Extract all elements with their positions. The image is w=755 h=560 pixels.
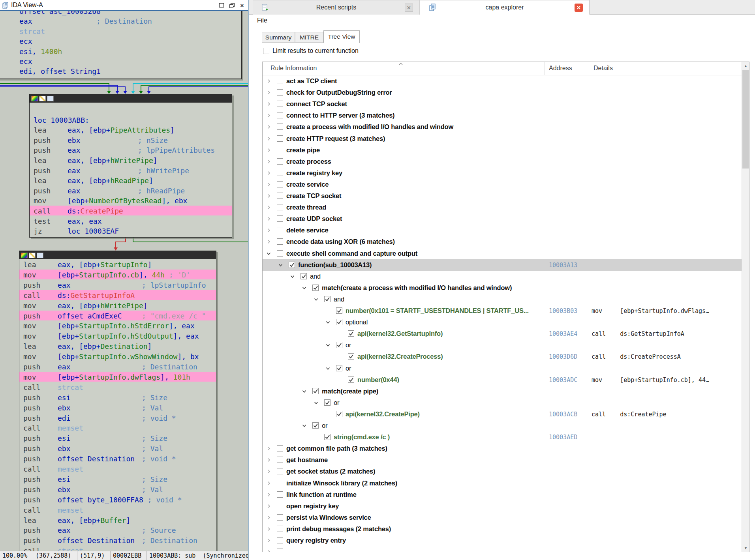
row-checkbox[interactable]: [336, 342, 342, 348]
palette-icon[interactable]: [31, 96, 38, 101]
row-checkbox[interactable]: [277, 549, 283, 552]
row-checkbox[interactable]: [277, 158, 283, 165]
row-checkbox[interactable]: [324, 296, 331, 302]
row-checkbox[interactable]: [277, 526, 283, 532]
sync-icon[interactable]: [47, 96, 54, 101]
column-divider[interactable]: [545, 62, 545, 75]
row-checkbox[interactable]: [336, 319, 342, 325]
chevron-right-icon[interactable]: [267, 125, 271, 129]
row-checkbox[interactable]: [277, 204, 283, 210]
tree-row[interactable]: function(sub_10003A13)10003A13: [263, 259, 742, 271]
tree-row[interactable]: create UDP socket: [263, 213, 742, 225]
row-checkbox[interactable]: [312, 388, 319, 394]
limit-results-checkbox[interactable]: [263, 48, 269, 54]
chevron-right-icon[interactable]: [267, 137, 271, 141]
row-checkbox[interactable]: [277, 170, 283, 176]
chevron-down-icon[interactable]: [326, 343, 330, 347]
tab-summary[interactable]: Summary: [262, 32, 295, 43]
tree-row[interactable]: match(create a process with modified I/O…: [263, 282, 742, 294]
tree-row[interactable]: and: [263, 271, 742, 282]
row-checkbox[interactable]: [348, 330, 354, 337]
chevron-down-icon[interactable]: [314, 297, 318, 302]
edit-icon[interactable]: [39, 96, 46, 101]
chevron-right-icon[interactable]: [267, 217, 271, 221]
basic-block[interactable]: leaeax, [ebp+StartupInfo]mov[ebp+Startup…: [19, 251, 216, 551]
palette-icon[interactable]: [21, 253, 28, 258]
row-checkbox[interactable]: [277, 537, 283, 543]
row-checkbox[interactable]: [277, 193, 283, 199]
tree-header[interactable]: Rule Information Address Details: [263, 62, 749, 75]
row-checkbox[interactable]: [277, 491, 283, 498]
tree-row[interactable]: connect TCP socket: [263, 98, 742, 110]
chevron-right-icon[interactable]: [267, 182, 271, 187]
col-rule-information[interactable]: Rule Information: [270, 65, 317, 72]
tree-row[interactable]: match(create pipe): [263, 386, 742, 397]
tree-row[interactable]: number(0x101 = STARTF_USESTDHANDLES | ST…: [263, 305, 742, 317]
chevron-right-icon[interactable]: [267, 159, 271, 164]
chevron-right-icon[interactable]: [267, 527, 271, 531]
row-checkbox[interactable]: [348, 353, 354, 360]
close-button[interactable]: ×: [239, 2, 246, 8]
tree-row[interactable]: or: [263, 397, 742, 408]
row-checkbox[interactable]: [277, 250, 283, 257]
tab-tree-view[interactable]: Tree View: [323, 30, 360, 43]
chevron-down-icon[interactable]: [326, 320, 330, 324]
chevron-right-icon[interactable]: [267, 481, 271, 485]
tree-row[interactable]: create pipe: [263, 144, 742, 156]
tree-row[interactable]: encode data using XOR (6 matches): [263, 236, 742, 247]
tree-row[interactable]: link function at runtime: [263, 489, 742, 500]
row-checkbox[interactable]: [312, 285, 319, 291]
tree-row[interactable]: persist via Windows service: [263, 512, 742, 523]
tree-row[interactable]: create thread: [263, 202, 742, 213]
tree-row[interactable]: open registry key: [263, 500, 742, 512]
menu-file[interactable]: File: [255, 16, 270, 25]
tree-row[interactable]: or: [263, 363, 742, 374]
tree-row[interactable]: get hostname: [263, 454, 742, 466]
row-checkbox[interactable]: [277, 147, 283, 153]
row-checkbox[interactable]: [336, 307, 342, 314]
tree-row[interactable]: create a process with modified I/O handl…: [263, 121, 742, 133]
row-checkbox[interactable]: [324, 399, 331, 406]
row-checkbox[interactable]: [277, 503, 283, 509]
column-divider[interactable]: [587, 62, 587, 75]
tree-row[interactable]: api(kernel32.CreateProcess)10003D6Dcall …: [263, 351, 742, 362]
row-checkbox[interactable]: [277, 101, 283, 107]
tab-recent-scripts[interactable]: Recent scripts ✕: [253, 0, 420, 15]
chevron-right-icon[interactable]: [267, 446, 271, 451]
row-checkbox[interactable]: [277, 78, 283, 84]
chevron-down-icon[interactable]: [302, 286, 306, 290]
tree-row[interactable]: api(kernel32.GetStartupInfo)10003AE4call…: [263, 328, 742, 339]
row-checkbox[interactable]: [336, 411, 342, 417]
tree-row[interactable]: check for OutputDebugString error: [263, 87, 742, 98]
tree-row[interactable]: get socket status (2 matches): [263, 466, 742, 477]
tree-row[interactable]: [263, 546, 742, 552]
tree-row[interactable]: delete service: [263, 225, 742, 236]
tree-row[interactable]: string(cmd.exe /c )10003AED: [263, 431, 742, 443]
row-checkbox[interactable]: [277, 468, 283, 474]
chevron-down-icon[interactable]: [326, 366, 330, 371]
close-icon[interactable]: ✕: [575, 4, 583, 12]
row-checkbox[interactable]: [324, 434, 331, 440]
tree-row[interactable]: or: [263, 339, 742, 351]
row-checkbox[interactable]: [289, 262, 295, 268]
chevron-right-icon[interactable]: [267, 90, 271, 95]
chevron-right-icon[interactable]: [267, 515, 271, 520]
tree-row[interactable]: api(kernel32.CreatePipe)10003ACBcall ds:…: [263, 408, 742, 420]
chevron-right-icon[interactable]: [267, 79, 271, 83]
row-checkbox[interactable]: [277, 215, 283, 222]
chevron-right-icon[interactable]: [267, 240, 271, 244]
sync-icon[interactable]: [37, 253, 43, 258]
chevron-right-icon[interactable]: [267, 550, 271, 552]
row-checkbox[interactable]: [277, 89, 283, 96]
tree-row[interactable]: or: [263, 420, 742, 431]
tab-mitre[interactable]: MITRE: [295, 32, 323, 43]
tree-row[interactable]: create registry key: [263, 167, 742, 179]
chevron-right-icon[interactable]: [267, 504, 271, 508]
tab-capa-explorer[interactable]: capa explorer ✕: [420, 0, 590, 15]
scrollbar-thumb[interactable]: [742, 70, 749, 169]
chevron-down-icon[interactable]: [278, 263, 283, 267]
chevron-right-icon[interactable]: [267, 194, 271, 198]
chevron-right-icon[interactable]: [267, 205, 271, 210]
chevron-right-icon[interactable]: [267, 228, 271, 232]
chevron-right-icon[interactable]: [267, 148, 271, 152]
